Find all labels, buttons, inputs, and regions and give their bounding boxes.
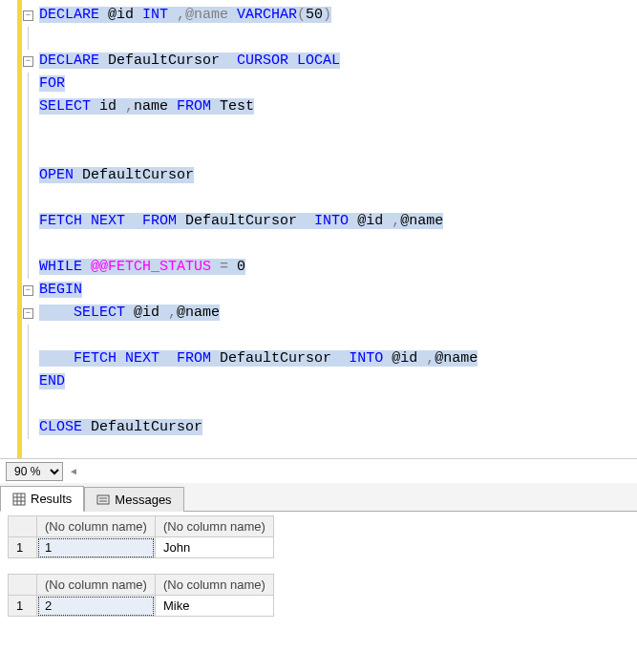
result-grid-1[interactable]: (No column name) (No column name) 1 1 Jo… (8, 515, 274, 558)
cell[interactable]: John (155, 537, 273, 558)
messages-icon (96, 494, 110, 507)
tab-label: Results (31, 492, 72, 506)
row-number: 1 (9, 596, 37, 617)
cell[interactable]: Mike (155, 596, 273, 617)
table-row[interactable]: 1 1 John (9, 537, 274, 558)
tab-messages[interactable]: Messages (84, 487, 183, 512)
tab-results[interactable]: Results (0, 486, 84, 512)
zoom-bar: 90 % ◄ (0, 458, 637, 483)
fold-toggle[interactable]: − (23, 56, 33, 67)
fold-toggle[interactable]: − (23, 285, 33, 296)
column-header[interactable]: (No column name) (37, 516, 156, 537)
column-header[interactable]: (No column name) (155, 575, 273, 596)
results-tabs: Results Messages (0, 483, 637, 512)
fold-toggle[interactable]: − (23, 308, 33, 319)
scroll-left-icon[interactable]: ◄ (69, 466, 78, 476)
svg-rect-5 (97, 495, 109, 504)
svg-rect-0 (13, 494, 25, 505)
row-number: 1 (9, 537, 37, 558)
rownum-header (9, 516, 37, 537)
result-grid-2[interactable]: (No column name) (No column name) 1 2 Mi… (8, 574, 274, 617)
fold-gutter: − − − − (22, 0, 35, 458)
fold-toggle[interactable]: − (23, 10, 33, 21)
cell[interactable]: 2 (37, 596, 156, 617)
grid-icon (12, 493, 26, 506)
rownum-header (9, 575, 37, 596)
table-row[interactable]: 1 2 Mike (9, 596, 274, 617)
results-pane: (No column name) (No column name) 1 1 Jo… (0, 512, 637, 672)
tab-label: Messages (115, 493, 171, 507)
editor-margin (0, 0, 17, 458)
column-header[interactable]: (No column name) (155, 516, 273, 537)
cell[interactable]: 1 (37, 537, 156, 558)
column-header[interactable]: (No column name) (37, 575, 156, 596)
code-text[interactable]: DECLARE @id INT ,@name VARCHAR(50) DECLA… (35, 0, 637, 458)
zoom-select[interactable]: 90 % (6, 462, 63, 481)
sql-editor: − − − − DECLARE @id INT ,@name VARCHAR(5… (0, 0, 637, 458)
